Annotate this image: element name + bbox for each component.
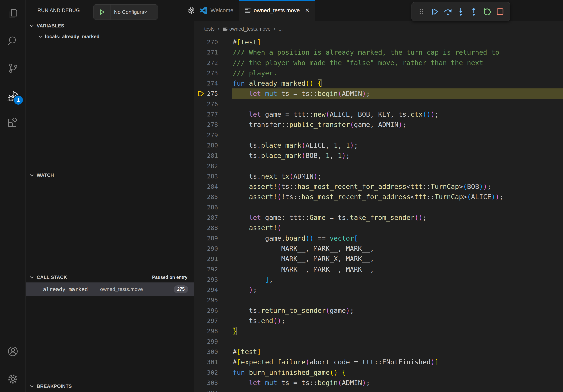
code-line-301[interactable]: 301#[expected_failure(abort_code = ttt::… xyxy=(194,357,563,367)
account-icon[interactable] xyxy=(0,340,26,362)
code-line-294[interactable]: 294 ); xyxy=(194,285,563,295)
code-line-274[interactable]: 274fun already_marked() { xyxy=(194,78,563,88)
debug-config-dropdown[interactable]: No Configura xyxy=(93,4,158,20)
code-line-289[interactable]: 289 game.board() == vector[ xyxy=(194,233,563,243)
line-number[interactable]: 300 xyxy=(194,347,218,357)
breadcrumb-folder[interactable]: tests xyxy=(204,26,215,32)
code-line-283[interactable]: 283 ts.next_tx(ADMIN); xyxy=(194,171,563,181)
code-line-288[interactable]: 288 assert!( xyxy=(194,223,563,233)
breakpoints-section-header[interactable]: BREAKPOINTS xyxy=(26,381,194,392)
watch-section-header[interactable]: WATCH xyxy=(26,170,194,180)
explorer-icon[interactable] xyxy=(0,3,26,25)
line-number[interactable]: 285 xyxy=(194,192,218,202)
settings-gear-icon[interactable] xyxy=(0,368,26,390)
line-number[interactable]: 296 xyxy=(194,305,218,316)
code-line-291[interactable]: 291 MARK__, MARK_X, MARK__, xyxy=(194,254,563,264)
line-number[interactable]: 273 xyxy=(194,68,218,78)
source-control-icon[interactable] xyxy=(0,57,26,79)
line-number[interactable]: 289 xyxy=(194,233,218,243)
line-number[interactable]: 290 xyxy=(194,243,218,254)
restart-button[interactable] xyxy=(482,6,493,17)
code-line-272[interactable]: 272/// the player who made the "false" m… xyxy=(194,58,563,68)
line-number[interactable]: 275 xyxy=(194,88,218,99)
line-number[interactable]: 298 xyxy=(194,326,218,336)
code-line-273[interactable]: 273/// player. xyxy=(194,68,563,78)
breadcrumb-file[interactable]: owned_tests.move xyxy=(230,26,270,32)
code-line-304[interactable]: 304 xyxy=(194,388,563,392)
close-tab-icon[interactable]: ✕ xyxy=(305,7,309,14)
line-number[interactable]: 287 xyxy=(194,212,218,223)
line-number[interactable]: 299 xyxy=(194,336,218,347)
line-number[interactable]: 281 xyxy=(194,150,218,161)
line-number[interactable]: 274 xyxy=(194,78,218,88)
code-line-279[interactable]: 279 xyxy=(194,130,563,140)
line-number[interactable]: 282 xyxy=(194,161,218,171)
code-line-298[interactable]: 298} xyxy=(194,326,563,336)
line-number[interactable]: 270 xyxy=(194,37,218,47)
code-editor[interactable]: 270#[test]271/// When a position is alre… xyxy=(194,37,563,392)
start-debug-button[interactable] xyxy=(93,5,111,20)
line-number[interactable]: 294 xyxy=(194,285,218,295)
code-line-290[interactable]: 290 MARK__, MARK__, MARK__, xyxy=(194,243,563,254)
code-line-287[interactable]: 287 let game: ttt::Game = ts.take_from_s… xyxy=(194,212,563,223)
line-number[interactable]: 286 xyxy=(194,202,218,212)
line-number[interactable]: 303 xyxy=(194,378,218,388)
line-number[interactable]: 278 xyxy=(194,119,218,130)
line-number[interactable]: 276 xyxy=(194,99,218,109)
call-stack-section-header[interactable]: CALL STACK Paused on entry xyxy=(26,272,194,282)
line-number[interactable]: 304 xyxy=(194,388,218,392)
line-number[interactable]: 297 xyxy=(194,316,218,326)
code-line-281[interactable]: 281 ts.place_mark(BOB, 1, 1); xyxy=(194,150,563,161)
code-line-275[interactable]: 275 let mut ts = ts::begin(ADMIN); xyxy=(194,88,563,99)
line-number[interactable]: 291 xyxy=(194,254,218,264)
code-line-293[interactable]: 293 ], xyxy=(194,274,563,285)
line-number[interactable]: 292 xyxy=(194,264,218,274)
code-line-296[interactable]: 296 ts.return_to_sender(game); xyxy=(194,305,563,316)
code-line-280[interactable]: 280 ts.place_mark(ALICE, 1, 1); xyxy=(194,140,563,150)
line-number[interactable]: 295 xyxy=(194,295,218,305)
line-number[interactable]: 272 xyxy=(194,58,218,68)
line-number[interactable]: 284 xyxy=(194,181,218,192)
code-line-299[interactable]: 299 xyxy=(194,336,563,347)
step-over-button[interactable] xyxy=(442,6,453,17)
line-number[interactable]: 301 xyxy=(194,357,218,367)
code-line-292[interactable]: 292 MARK__, MARK__, MARK__, xyxy=(194,264,563,274)
locals-scope-row[interactable]: locals: already_marked xyxy=(26,31,194,42)
stack-frame-row[interactable]: already_marked owned_tests.move 275 xyxy=(26,282,194,296)
step-out-button[interactable] xyxy=(468,6,479,17)
stop-button[interactable] xyxy=(495,6,506,17)
tab-owned-tests-move[interactable]: owned_tests.move ✕ xyxy=(239,0,315,21)
code-line-277[interactable]: 277 let game = ttt::new(ALICE, BOB, KEY,… xyxy=(194,109,563,119)
search-icon[interactable] xyxy=(0,30,26,52)
code-line-270[interactable]: 270#[test] xyxy=(194,37,563,47)
code-line-297[interactable]: 297 ts.end(); xyxy=(194,316,563,326)
toolbar-drag-handle[interactable] xyxy=(416,6,427,17)
code-line-271[interactable]: 271/// When a position is already marked… xyxy=(194,47,563,57)
line-number[interactable]: 283 xyxy=(194,171,218,181)
extensions-icon[interactable] xyxy=(0,113,26,134)
line-text: /// the player who made the "false" move… xyxy=(233,58,483,68)
code-line-282[interactable]: 282 xyxy=(194,161,563,171)
line-number[interactable]: 293 xyxy=(194,274,218,285)
breadcrumb-more[interactable]: ... xyxy=(279,26,283,32)
code-line-303[interactable]: 303 let mut ts = ts::begin(ADMIN); xyxy=(194,378,563,388)
step-into-button[interactable] xyxy=(455,6,466,17)
variables-section-header[interactable]: VARIABLES xyxy=(26,21,194,31)
code-line-300[interactable]: 300#[test] xyxy=(194,347,563,357)
code-line-285[interactable]: 285 assert!(!ts::has_most_recent_for_add… xyxy=(194,192,563,202)
line-number[interactable]: 277 xyxy=(194,109,218,119)
line-number[interactable]: 279 xyxy=(194,130,218,140)
line-number[interactable]: 302 xyxy=(194,367,218,378)
run-and-debug-icon[interactable]: 1 xyxy=(0,85,26,107)
line-number[interactable]: 280 xyxy=(194,140,218,150)
code-line-286[interactable]: 286 xyxy=(194,202,563,212)
line-number[interactable]: 288 xyxy=(194,223,218,233)
code-line-302[interactable]: 302fun burn_unfinished_game() { xyxy=(194,367,563,378)
continue-button[interactable] xyxy=(429,6,440,17)
code-line-278[interactable]: 278 transfer::public_transfer(game, ADMI… xyxy=(194,119,563,130)
code-line-284[interactable]: 284 assert!(ts::has_most_recent_for_addr… xyxy=(194,181,563,192)
line-number[interactable]: 271 xyxy=(194,47,218,57)
tab-welcome[interactable]: Welcome xyxy=(194,0,239,21)
code-line-295[interactable]: 295 xyxy=(194,295,563,305)
code-line-276[interactable]: 276 xyxy=(194,99,563,109)
